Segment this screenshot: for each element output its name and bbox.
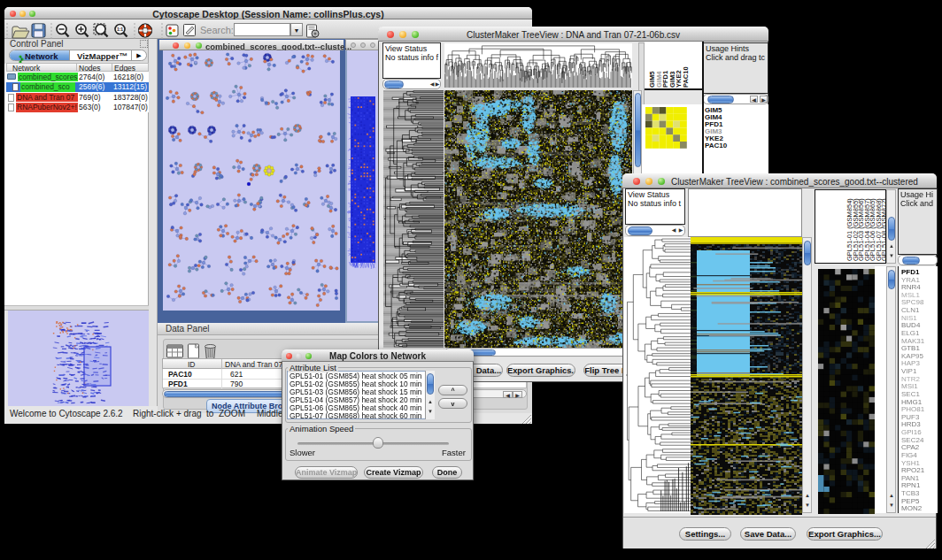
svg-text:1:1: 1:1 xyxy=(117,27,123,32)
